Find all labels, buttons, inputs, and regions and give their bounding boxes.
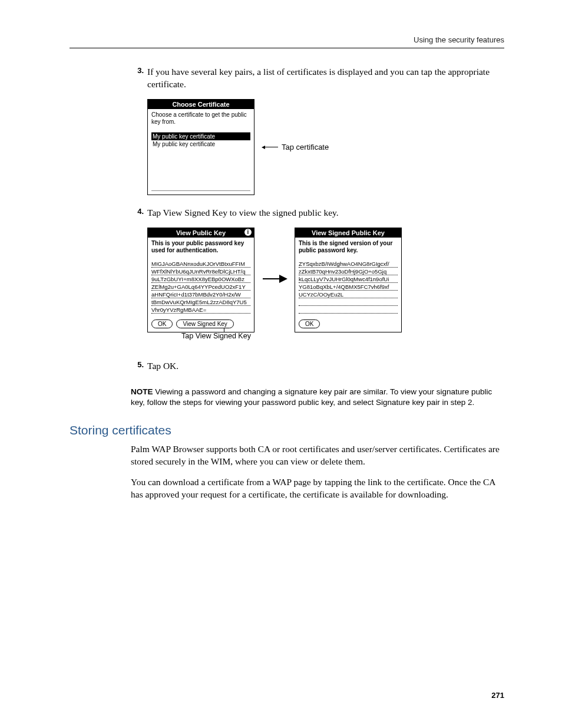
note-block: NOTE Viewing a password and changing a s… <box>131 387 504 408</box>
view-signed-key-button[interactable]: View Signed Key <box>176 319 233 328</box>
figure-view-keys: View Public Key i This is your public pa… <box>147 228 504 348</box>
palm-btn-row-signed: OK <box>295 317 401 332</box>
keyline: kLqcLLyV7vJUHrGl0qMwc4f1n9ofUi <box>299 276 398 283</box>
keyline: aHNFQricI+d1t37bMBdv2Y0/H2x/W <box>151 291 250 298</box>
step-5-number: 5. <box>131 360 147 373</box>
step-5: 5. Tap OK. <box>131 360 504 373</box>
step-3: 3. If you have several key pairs, a list… <box>131 66 504 91</box>
caption-view-signed-key: Tap View Signed Key <box>181 332 254 340</box>
info-icon[interactable]: i <box>244 229 252 236</box>
keyline: MIGJAoGBANnxoduKJOrVtBtxuFFIM <box>151 261 250 268</box>
keyline: WFfXlNlYbU6qJUnRvRr8efDlCjLHT/q <box>151 268 250 275</box>
step-3-number: 3. <box>131 66 147 91</box>
running-header: Using the security features <box>70 35 504 44</box>
note-body: Viewing a password and changing a signat… <box>131 387 492 407</box>
public-key-lines: MIGJAoGBANnxoduKJOrVtBtxuFFIM WFfXlNlYbU… <box>148 257 254 317</box>
palm-title-signed: View Signed Public Key <box>295 228 401 238</box>
palm-title-choose: Choose Certificate <box>148 100 254 109</box>
header-rule <box>70 48 504 48</box>
keyline: YG81oBqXbL+/4QBMX5FC7vh6f9xf <box>299 284 398 291</box>
arrow-right-icon <box>263 278 286 279</box>
ok-button[interactable]: OK <box>299 319 320 328</box>
callout-tap-certificate: Tap certificate <box>263 143 329 151</box>
keyline: Vhr0yYVzRgMBAAE= <box>151 307 250 314</box>
callout-line <box>263 147 278 147</box>
palm-view-public-key: View Public Key i This is your public pa… <box>147 228 254 332</box>
step-4-text: Tap View Signed Key to view the signed p… <box>147 207 339 219</box>
page-number: 271 <box>491 691 504 700</box>
section-p2: You can download a certificate from a WA… <box>131 476 504 501</box>
step-4: 4. Tap View Signed Key to view the signe… <box>131 207 504 219</box>
signed-key-lines: ZYSqxbzB/IWdghwAO4NG8rGIgcxf/ zZkxtB70qH… <box>295 257 401 317</box>
palm-view-signed-public-key: View Signed Public Key This is the signe… <box>295 228 402 332</box>
palm-title-public-text: View Public Key <box>176 229 226 236</box>
keyline-empty <box>299 307 398 314</box>
certificate-item-1[interactable]: My public key certificate <box>151 133 250 140</box>
palm-title-public: View Public Key i <box>148 228 254 238</box>
section-p1: Palm WAP Browser supports both CA or roo… <box>131 443 504 468</box>
keyline: tBmDwVuKQrMIgE5mL2zzAD8qY7U5 <box>151 299 250 306</box>
palm-prompt-signed: This is the signed version of your publi… <box>295 238 401 257</box>
keyline: ZYSqxbzB/IWdghwAO4NG8rGIgcxf/ <box>299 261 398 268</box>
step-3-text: If you have several key pairs, a list of… <box>147 66 504 91</box>
certificate-list: My public key certificate My public key … <box>151 132 250 191</box>
palm-choose-certificate: Choose Certificate Choose a certificate … <box>147 99 254 195</box>
ok-button[interactable]: OK <box>151 319 173 328</box>
certificate-item-2[interactable]: My public key certificate <box>151 140 250 148</box>
palm-prompt-choose: Choose a certificate to get the public k… <box>148 109 254 129</box>
callout-text: Tap certificate <box>282 143 329 151</box>
content-block: 3. If you have several key pairs, a list… <box>131 66 504 501</box>
keyline: UCYzC/OOyEu2L <box>299 291 398 298</box>
note-label: NOTE <box>131 387 153 396</box>
figure-choose-certificate: Choose Certificate Choose a certificate … <box>147 99 504 195</box>
keyline-empty <box>299 299 398 306</box>
palm-btn-row-public: OK View Signed Key <box>148 317 254 332</box>
keyline: 9uLTzGbUYI+m8XX8yEBp0OWXoBz <box>151 276 250 283</box>
keyline: ZElMg2u+GA0Lq64YYPcedUO2xF1Y <box>151 284 250 291</box>
heading-storing-certificates: Storing certificates <box>70 423 504 437</box>
keyline: zZkxtB70qHnv23oDfHj9GjO+o5Gjq <box>299 268 398 275</box>
step-5-text: Tap OK. <box>147 360 178 373</box>
step-4-number: 4. <box>131 207 147 219</box>
palm-prompt-public: This is your public password key used fo… <box>148 238 254 257</box>
